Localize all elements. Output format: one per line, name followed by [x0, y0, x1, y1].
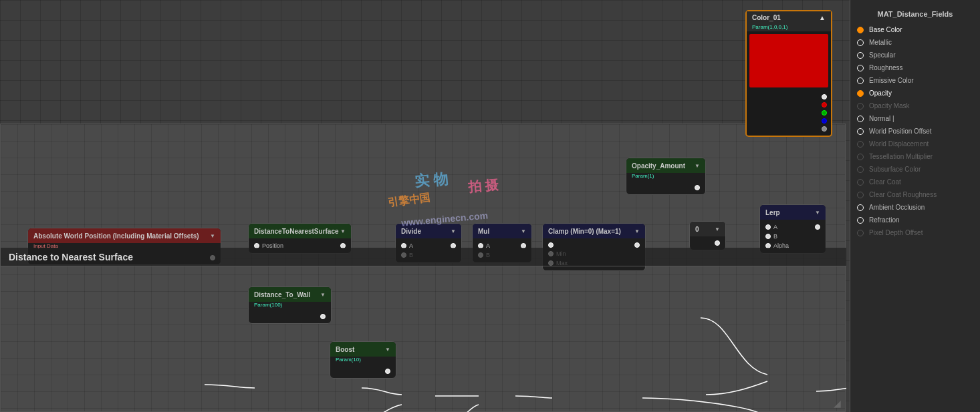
- pin-blue[interactable]: [822, 118, 827, 124]
- arrow-icon: ▼: [521, 228, 526, 234]
- panel-pin-base-color: [857, 27, 864, 33]
- panel-pin-world-disp: [857, 141, 864, 148]
- node-body: [249, 310, 331, 323]
- a-pin-row: A: [760, 222, 826, 232]
- panel-label-normal: Normal |: [869, 115, 894, 122]
- panel-label-metallic: Metallic: [869, 39, 892, 46]
- panel-label-clear-coat: Clear Coat: [869, 178, 901, 186]
- panel-item-world-disp[interactable]: World Displacement: [850, 138, 980, 150]
- color-node-subtitle: Param(1,0,0,1): [747, 24, 831, 31]
- pin-row-white: [747, 93, 831, 101]
- color-preview: [749, 34, 828, 87]
- panel-label-world-pos-offset: World Position Offset: [869, 128, 932, 135]
- lerp-node[interactable]: Lerp ▼ A B Alpha: [759, 204, 826, 254]
- panel-item-ambient-occ[interactable]: Ambient Occlusion: [850, 201, 980, 214]
- pin-red[interactable]: [822, 102, 827, 108]
- panel-label-emissive: Emissive Color: [869, 77, 914, 84]
- pin-row-red: [747, 101, 831, 109]
- panel-pin-subsurface: [857, 166, 864, 173]
- panel-pin-clear-coat-rough: [857, 192, 864, 198]
- panel-item-base-color[interactable]: Base Color: [850, 23, 980, 36]
- node-title: Lerp: [765, 209, 780, 216]
- panel-item-emissive[interactable]: Emissive Color: [850, 74, 980, 87]
- material-canvas[interactable]: Distance to Nearest Surface Absolute Wor…: [0, 124, 846, 412]
- b-pin[interactable]: [765, 234, 771, 239]
- b-pin-row: B: [760, 232, 826, 241]
- boost-node[interactable]: Boost ▼ Param(10): [330, 341, 396, 379]
- node-subtitle: Param(100): [249, 302, 331, 310]
- output-pin[interactable]: [320, 314, 326, 319]
- panel-item-specular[interactable]: Specular: [850, 49, 980, 61]
- panel-label-world-disp: World Displacement: [869, 140, 929, 148]
- pin-row-green: [747, 109, 831, 117]
- panel-label-tess-mult: Tessellation Multiplier: [869, 153, 933, 160]
- panel-item-clear-coat[interactable]: Clear Coat: [850, 176, 980, 188]
- pin-alpha[interactable]: [822, 126, 827, 132]
- resize-handle[interactable]: ◢: [830, 397, 844, 410]
- constant-zero-node[interactable]: 0 ▼: [689, 221, 726, 250]
- input-pin[interactable]: [548, 242, 554, 248]
- panel-label-ambient-occ: Ambient Occlusion: [869, 204, 925, 211]
- panel-label-opacity: Opacity: [869, 89, 892, 97]
- node-title: DistanceToNearestSurface: [254, 228, 339, 235]
- panel-item-world-pos-offset[interactable]: World Position Offset: [850, 125, 980, 138]
- panel-item-opacity-mask[interactable]: Opacity Mask: [850, 99, 980, 112]
- panel-item-refraction[interactable]: Refraction: [850, 214, 980, 226]
- output-pin[interactable]: [815, 224, 820, 230]
- panel-pin-specular: [857, 52, 864, 59]
- panel-label-refraction: Refraction: [869, 216, 900, 224]
- panel-title: MAT_Distance_Fields: [850, 7, 980, 23]
- pin-green[interactable]: [822, 110, 827, 116]
- panel-label-pixel-depth: Pixel Depth Offset: [869, 229, 923, 236]
- canvas-title-bar: Distance to Nearest Surface: [1, 248, 846, 266]
- panel-label-base-color: Base Color: [869, 26, 902, 33]
- right-panel: MAT_Distance_Fields Base Color Metallic …: [850, 0, 980, 412]
- panel-pin-ambient-occ: [857, 204, 864, 211]
- panel-item-pixel-depth[interactable]: Pixel Depth Offset: [850, 226, 980, 239]
- color-node-arrow: ▲: [819, 14, 826, 21]
- pin-row-gray: [747, 125, 831, 133]
- distance-to-wall-node[interactable]: Distance_To_Wall ▼ Param(100): [248, 286, 332, 324]
- panel-pin-normal: [857, 116, 864, 122]
- panel-item-clear-coat-rough[interactable]: Clear Coat Roughness: [850, 188, 980, 201]
- node-header: Distance_To_Wall ▼: [249, 287, 331, 302]
- pin-white[interactable]: [822, 94, 827, 99]
- output-pin[interactable]: [715, 240, 720, 246]
- node-header: Opacity_Amount ▼: [626, 158, 705, 173]
- b-label: B: [773, 233, 777, 240]
- node-title: Divide: [401, 228, 421, 235]
- output-pin[interactable]: [385, 369, 390, 374]
- node-header: 0 ▼: [690, 222, 725, 236]
- output-row: [690, 239, 725, 247]
- panel-pin-opacity: [857, 90, 864, 97]
- a-pin[interactable]: [765, 224, 771, 230]
- panel-item-roughness[interactable]: Roughness: [850, 61, 980, 74]
- color-node[interactable]: Color_01 ▲ Param(1,0,0,1): [745, 10, 832, 137]
- panel-item-normal[interactable]: Normal |: [850, 112, 980, 125]
- panel-label-clear-coat-rough: Clear Coat Roughness: [869, 191, 937, 198]
- color-node-header: Color_01 ▲: [747, 11, 831, 24]
- panel-pin-roughness: [857, 65, 864, 71]
- arrow-icon: ▼: [715, 226, 720, 232]
- pin-row-blue: [747, 117, 831, 125]
- node-subtitle: Param(10): [330, 357, 396, 365]
- opacity-amount-node[interactable]: Opacity_Amount ▼ Param(1): [626, 158, 706, 195]
- output-pin[interactable]: [695, 185, 700, 190]
- a-label: A: [773, 224, 777, 230]
- panel-item-opacity[interactable]: Opacity: [850, 87, 980, 99]
- output-pin[interactable]: [634, 242, 640, 248]
- panel-pin-pixel-depth: [857, 230, 864, 236]
- panel-item-subsurface[interactable]: Subsurface Color: [850, 163, 980, 176]
- panel-pin-world-pos-offset: [857, 128, 864, 135]
- panel-item-tess-mult[interactable]: Tessellation Multiplier: [850, 150, 980, 163]
- node-body: [626, 181, 705, 194]
- node-title: Opacity_Amount: [632, 162, 685, 170]
- node-title: Distance_To_Wall: [254, 291, 310, 298]
- output-row: [626, 184, 705, 192]
- canvas-title-text: Distance to Nearest Surface: [9, 252, 133, 262]
- node-header: Absolute World Position (Including Mater…: [28, 228, 221, 243]
- node-header: Boost ▼: [330, 342, 396, 357]
- node-title: 0: [695, 226, 699, 233]
- panel-pin-tess-mult: [857, 154, 864, 160]
- panel-item-metallic[interactable]: Metallic: [850, 36, 980, 49]
